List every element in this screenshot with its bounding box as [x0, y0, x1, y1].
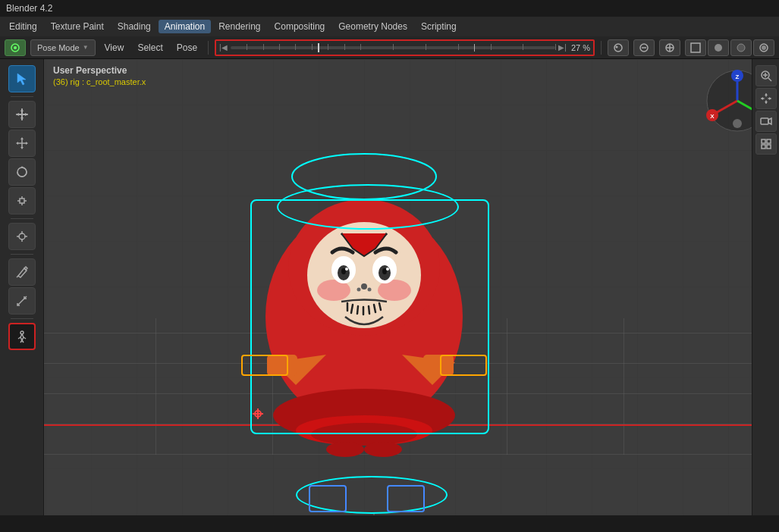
svg-rect-6 [691, 43, 700, 52]
svg-marker-15 [25, 113, 28, 116]
scale-tool-btn[interactable] [8, 187, 36, 214]
root-bone-line [373, 514, 375, 515]
svg-rect-79 [761, 118, 768, 124]
svg-line-49 [369, 306, 369, 314]
svg-point-7 [715, 44, 722, 52]
svg-point-27 [292, 154, 436, 199]
svg-rect-81 [762, 139, 765, 143]
svg-point-56 [311, 423, 417, 446]
menu-compositing[interactable]: Compositing [269, 20, 331, 33]
select-tool-btn[interactable] [8, 65, 36, 92]
viewport-shading-btn[interactable] [608, 39, 629, 56]
svg-point-58 [364, 442, 402, 457]
pose-mode-label: Pose Mode [37, 43, 80, 52]
title-text: Blender 4.2 [6, 3, 52, 14]
svg-point-38 [345, 268, 348, 271]
daruma-character [235, 135, 493, 476]
menu-bar: Editing Texture Paint Shading Animation … [0, 17, 779, 36]
svg-marker-16 [20, 137, 24, 139]
workspace-icon-btn[interactable] [5, 39, 26, 56]
svg-text:X: X [710, 113, 715, 120]
svg-marker-17 [20, 147, 24, 149]
measure-tool-btn[interactable] [8, 287, 36, 315]
svg-marker-76 [765, 102, 768, 104]
tool-sep-2 [11, 218, 33, 219]
menu-scripting[interactable]: Scripting [415, 20, 463, 33]
tool-sep-1 [11, 96, 33, 97]
perspective-label: User Perspective [53, 65, 127, 76]
camera-view-btn[interactable] [755, 111, 777, 132]
grab-tool-btn[interactable] [8, 101, 36, 128]
svg-point-10 [762, 45, 766, 50]
svg-rect-52 [267, 355, 297, 376]
zoom-btn[interactable] [755, 65, 777, 86]
svg-rect-82 [767, 139, 771, 143]
select-menu[interactable]: Select [133, 41, 167, 55]
toolbar-sep-1 [208, 41, 209, 55]
rig-label: (36) rig : c_root_master.x [53, 77, 146, 86]
svg-point-42 [361, 283, 367, 289]
annotate-tool-btn[interactable] [8, 258, 36, 286]
timeline-end-icon: ▶| [558, 43, 567, 52]
chevron-down-icon: ▼ [83, 44, 89, 51]
svg-point-43 [357, 288, 361, 292]
svg-point-41 [386, 268, 389, 271]
svg-marker-75 [765, 93, 768, 95]
svg-marker-18 [16, 142, 18, 145]
render-preview-btn[interactable] [753, 39, 774, 56]
pose-menu[interactable]: Pose [172, 41, 202, 55]
wireframe-btn[interactable] [685, 39, 706, 56]
svg-marker-11 [17, 74, 26, 85]
menu-shading[interactable]: Shading [112, 20, 157, 33]
svg-rect-53 [423, 355, 454, 376]
rotate-tool-btn[interactable] [8, 158, 36, 186]
svg-point-44 [368, 288, 372, 292]
svg-rect-22 [20, 199, 24, 203]
menu-rendering[interactable]: Rendering [212, 20, 266, 33]
svg-line-47 [357, 306, 358, 314]
tool-sep-4 [11, 318, 33, 319]
svg-point-57 [326, 442, 364, 457]
pose-tool-btn[interactable] [8, 323, 36, 350]
pan-btn[interactable] [755, 88, 777, 109]
svg-rect-83 [762, 145, 765, 149]
menu-editing[interactable]: Editing [3, 20, 43, 33]
gizmo-btn[interactable] [659, 39, 680, 56]
svg-marker-80 [768, 118, 771, 124]
title-bar: Blender 4.2 [0, 0, 779, 17]
svg-line-26 [22, 340, 24, 343]
timeline-percent: 27 % [571, 43, 590, 52]
transform-tool-btn[interactable] [8, 223, 36, 250]
overlay-btn[interactable] [633, 39, 655, 56]
svg-marker-77 [761, 97, 763, 100]
svg-point-70 [733, 119, 742, 128]
right-toolbar [752, 59, 779, 515]
timeline-start-icon: |◀ [219, 43, 228, 52]
left-toolbar [0, 59, 44, 515]
svg-marker-13 [20, 117, 24, 120]
solid-btn[interactable] [708, 39, 729, 56]
material-preview-btn[interactable] [730, 39, 752, 56]
view-menu[interactable]: View [100, 41, 129, 55]
grid-view-btn[interactable] [755, 133, 777, 155]
svg-point-2 [614, 44, 622, 52]
menu-texture-paint[interactable]: Texture Paint [45, 20, 110, 33]
svg-line-72 [768, 78, 771, 81]
svg-point-1 [14, 46, 17, 49]
timeline-bar[interactable]: |◀ ▶| 27 % [215, 39, 595, 56]
svg-marker-14 [16, 113, 19, 116]
pose-mode-dropdown[interactable]: Pose Mode ▼ [30, 39, 96, 56]
svg-point-8 [737, 44, 745, 52]
timeline-track[interactable] [231, 46, 556, 49]
toolbar-sep-2 [601, 41, 602, 55]
svg-marker-12 [20, 108, 24, 111]
viewport-mode-group [685, 39, 774, 56]
main-viewport[interactable]: User Perspective (36) rig : c_root_maste… [0, 59, 779, 515]
svg-text:Z: Z [736, 74, 740, 80]
svg-rect-84 [767, 145, 771, 149]
svg-point-3 [616, 45, 618, 48]
menu-geometry-nodes[interactable]: Geometry Nodes [332, 20, 413, 33]
menu-animation[interactable]: Animation [159, 20, 211, 33]
svg-point-23 [19, 233, 25, 239]
move-tool-btn[interactable] [8, 130, 36, 157]
